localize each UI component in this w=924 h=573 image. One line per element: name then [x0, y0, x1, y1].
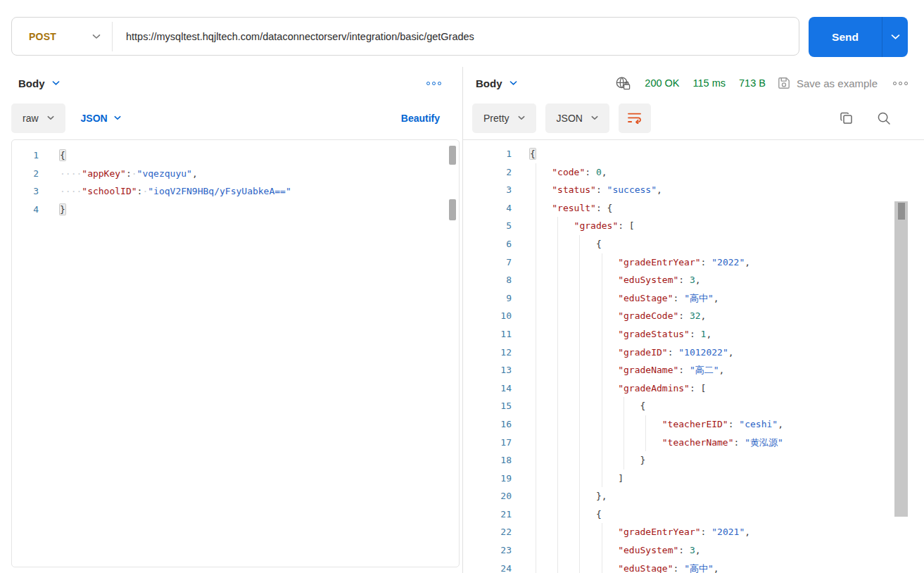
- code-line: 19]: [463, 470, 924, 488]
- response-body-dropdown[interactable]: Body: [476, 77, 517, 89]
- line-number: 20: [463, 487, 512, 505]
- line-number: 7: [463, 253, 512, 272]
- response-language-label: JSON: [557, 113, 583, 124]
- line-number: 4: [12, 201, 39, 219]
- line-number: 22: [463, 523, 512, 541]
- line-number: 9: [463, 289, 512, 308]
- code-line: 10"gradeCode": 32,: [463, 307, 924, 325]
- line-number: 10: [463, 307, 512, 325]
- response-body-label: Body: [476, 77, 502, 89]
- line-number: 1: [463, 145, 512, 163]
- request-more-options-icon[interactable]: [426, 82, 441, 85]
- request-bar: POST https://mysqltest.hqjltech.com/data…: [0, 0, 924, 56]
- wrap-lines-icon: [627, 112, 642, 124]
- request-editor-scrollbar-marker: [449, 199, 456, 220]
- request-body-label: Body: [18, 77, 45, 89]
- line-number: 3: [463, 181, 512, 199]
- code-line: 6{: [463, 235, 924, 253]
- wrap-lines-button[interactable]: [619, 103, 651, 133]
- response-more-options-icon[interactable]: [893, 82, 908, 85]
- line-number: 2: [463, 163, 512, 182]
- response-scrollbar-thumb[interactable]: [898, 203, 905, 220]
- code-line: 1{: [12, 146, 459, 165]
- status-code-badge[interactable]: 200 OK: [645, 77, 679, 89]
- chevron-down-icon: [510, 80, 517, 86]
- response-meta: 200 OK 115 ms 713 B: [615, 76, 766, 91]
- chevron-down-icon: [591, 115, 598, 120]
- line-number: 21: [463, 505, 512, 524]
- request-url-box: POST https://mysqltest.hqjltech.com/data…: [11, 17, 799, 56]
- line-number: 5: [463, 217, 512, 235]
- method-selector[interactable]: POST: [12, 18, 112, 55]
- send-button-label: Send: [809, 31, 882, 44]
- code-line: 4"result": {: [463, 199, 924, 218]
- line-number: 3: [12, 182, 39, 201]
- code-line: 1{: [463, 145, 924, 163]
- code-line: 13"gradeName": "高二",: [463, 361, 924, 379]
- code-line: 20},: [463, 487, 924, 505]
- response-time-badge[interactable]: 115 ms: [693, 77, 726, 89]
- response-body-viewer[interactable]: 1{2"code": 0,3"status": "success",4"resu…: [463, 139, 924, 573]
- code-line: 7"gradeEntrYear": "2022",: [463, 253, 924, 272]
- response-pane-header: Body: [463, 67, 924, 99]
- code-line: 23"eduSystem": 3,: [463, 541, 924, 560]
- method-url-divider: [112, 22, 113, 51]
- network-globe-lock-icon[interactable]: [615, 76, 631, 91]
- chevron-down-icon: [52, 80, 60, 86]
- body-type-dropdown[interactable]: raw: [11, 103, 65, 133]
- code-line: 8"eduSystem": 3,: [463, 271, 924, 289]
- request-language-dropdown[interactable]: JSON: [81, 113, 121, 124]
- send-options-chevron-icon[interactable]: [882, 34, 908, 40]
- code-line: 16"teacherEID": "ceshi",: [463, 415, 924, 434]
- line-number: 23: [463, 541, 512, 560]
- code-line: 3"status": "success",: [463, 181, 924, 199]
- url-input[interactable]: https://mysqltest.hqjltech.com/dataconne…: [126, 31, 474, 42]
- line-number: 15: [463, 397, 512, 415]
- response-toolbar: Pretty JSON: [463, 103, 924, 133]
- code-line: 5"grades": [: [463, 217, 924, 235]
- response-view-dropdown[interactable]: Pretty: [472, 103, 536, 133]
- request-body-editor[interactable]: 1{2····"appKey":·"vqezquyu",3····"school…: [11, 139, 460, 567]
- copy-icon[interactable]: [840, 111, 854, 125]
- save-as-example-label: Save as example: [797, 77, 878, 89]
- code-line: 3····"schoolID":·"ioqV2FN9HBq/yFsyUabkeA…: [12, 182, 459, 201]
- line-number: 13: [463, 361, 512, 379]
- body-type-label: raw: [23, 113, 39, 124]
- rest-client-app: POST https://mysqltest.hqjltech.com/data…: [0, 0, 924, 573]
- code-line: 24"eduStage": "高中",: [463, 560, 924, 573]
- line-number: 18: [463, 451, 512, 470]
- send-button[interactable]: Send: [809, 17, 908, 57]
- request-body-dropdown[interactable]: Body: [18, 77, 60, 89]
- code-line: 9"eduStage": "高中",: [463, 289, 924, 308]
- response-pane: Body: [462, 67, 924, 573]
- response-tool-icons: [840, 111, 891, 125]
- code-line: 4}: [12, 201, 459, 219]
- request-language-label: JSON: [81, 113, 108, 124]
- line-number: 12: [463, 344, 512, 362]
- code-line: 15{: [463, 397, 924, 415]
- code-line: 2····"appKey":·"vqezquyu",: [12, 165, 459, 183]
- method-label: POST: [29, 31, 56, 42]
- beautify-button[interactable]: Beautify: [401, 113, 440, 124]
- line-number: 19: [463, 470, 512, 488]
- request-body-toolbar: raw JSON Beautify: [0, 103, 462, 133]
- response-size-badge[interactable]: 713 B: [739, 77, 766, 89]
- code-line: 18}: [463, 451, 924, 470]
- code-line: 22"gradeEntrYear": "2021",: [463, 523, 924, 541]
- code-line: 21{: [463, 505, 924, 524]
- line-number: 8: [463, 271, 512, 289]
- code-line: 14"gradeAdmins": [: [463, 379, 924, 398]
- save-as-example-button[interactable]: Save as example: [777, 76, 878, 90]
- request-editor-scrollbar-thumb[interactable]: [449, 146, 456, 165]
- search-icon[interactable]: [877, 111, 891, 125]
- response-language-dropdown[interactable]: JSON: [545, 103, 609, 133]
- request-response-panes: Body raw JSON: [0, 67, 924, 573]
- line-number: 1: [12, 146, 39, 165]
- response-scrollbar-track[interactable]: [894, 201, 908, 517]
- response-view-label: Pretty: [483, 113, 510, 124]
- chevron-down-icon: [518, 115, 525, 120]
- chevron-down-icon: [47, 115, 54, 120]
- line-number: 4: [463, 199, 512, 218]
- chevron-down-icon: [92, 34, 101, 39]
- request-body-pane: Body raw JSON: [0, 67, 462, 573]
